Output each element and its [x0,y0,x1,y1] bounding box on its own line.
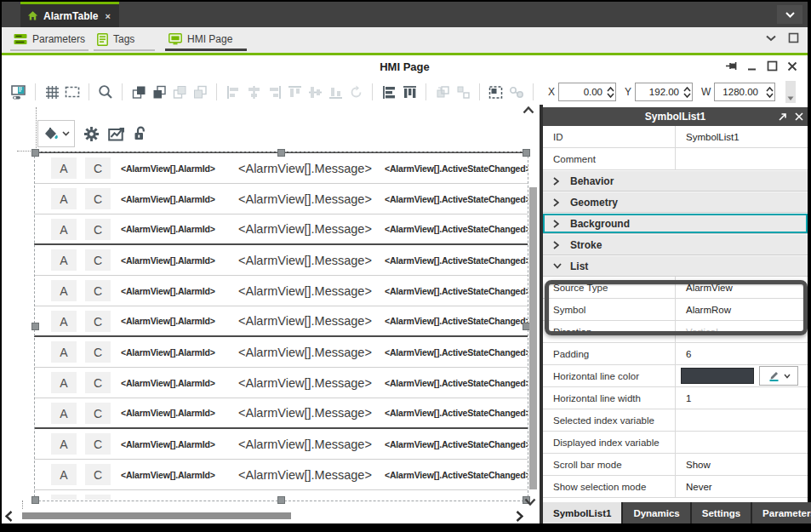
alarm-table-row[interactable]: A C <AlarmView[].AlarmId> <AlarmView[].M… [34,398,528,429]
acknowledge-button[interactable]: A [51,403,77,424]
property-row-symbol[interactable]: Symbol AlarmRow [543,299,808,321]
property-row-padding[interactable]: Padding 6 [543,343,808,365]
distribute-vertical-icon[interactable] [399,83,420,101]
y-spinner[interactable] [682,84,692,100]
x-input[interactable]: 0.00 [558,83,616,101]
group-icon[interactable] [432,83,453,101]
selection-handle[interactable] [31,149,39,157]
gear-icon[interactable] [83,126,100,142]
property-row-horizontal-line-width[interactable]: Horizontal line width 1 [543,387,808,409]
color-swatch[interactable] [681,368,754,384]
align-right-icon[interactable] [264,83,284,101]
grid-icon[interactable] [42,83,62,101]
acknowledge-button[interactable]: A [51,157,77,179]
confirm-button[interactable]: C [85,433,111,455]
tab-hmi-page[interactable]: HMI Page [168,27,232,51]
alarm-table-row[interactable]: A C <AlarmView[].AlarmId> <AlarmView[].M… [34,460,528,490]
alarm-table-row[interactable]: A C <AlarmView[].AlarmId> <AlarmView[].M… [34,429,528,460]
confirm-button[interactable]: C [85,495,111,500]
confirm-button[interactable]: C [85,219,111,240]
ungroup-icon[interactable] [453,83,473,101]
zoom-icon[interactable] [95,83,116,101]
tab-tags[interactable]: Tags [97,27,134,51]
acknowledge-button[interactable]: A [51,188,77,209]
w-input[interactable]: 1280.00 [714,83,775,101]
section-stroke[interactable]: Stroke [543,234,808,255]
distribute-horizontal-icon[interactable] [379,83,399,101]
alarm-table-row[interactable]: A C <AlarmView[].AlarmId> <AlarmView[].M… [34,337,528,368]
canvas-scroll-right-icon[interactable] [516,511,523,522]
confirm-button[interactable]: C [85,249,111,271]
confirm-button[interactable]: C [85,372,111,393]
acknowledge-button[interactable]: A [51,495,77,500]
section-geometry[interactable]: Geometry [543,192,808,213]
selection-handle[interactable] [31,496,39,504]
tab-dynamics[interactable]: Dynamics [623,502,689,523]
close-panel-icon[interactable] [791,112,808,121]
acknowledge-button[interactable]: A [51,219,77,240]
popout-icon[interactable] [774,112,791,122]
selection-handle[interactable] [523,149,530,157]
canvas-horizontal-scrollbar[interactable] [2,509,540,523]
color-edit-button[interactable] [759,366,798,386]
confirm-button[interactable]: C [85,464,111,485]
chevron-down-icon[interactable] [766,35,776,42]
align-left-icon[interactable] [223,83,243,101]
alarm-table-row[interactable]: A C <AlarmView[].AlarmId> <AlarmView[].M… [34,153,528,184]
minimize-icon[interactable] [747,61,757,72]
selection-frame-icon[interactable] [62,83,83,101]
section-behavior[interactable]: Behavior [543,170,808,192]
align-middle-icon[interactable] [305,83,325,101]
align-center-icon[interactable] [243,83,264,101]
tab-alarmtable[interactable]: AlarmTable × [20,2,119,27]
x-spinner[interactable] [605,84,615,100]
tab-parameters[interactable]: Parameters [14,27,85,51]
tab-settings[interactable]: Settings [692,502,751,523]
trend-icon[interactable] [108,127,125,141]
canvas-vertical-scrollbar-thumb[interactable] [529,187,537,489]
canvas-scroll-down-icon[interactable] [524,498,536,506]
acknowledge-button[interactable]: A [51,311,77,332]
confirm-button[interactable]: C [85,311,111,332]
canvas-horizontal-scrollbar-thumb[interactable] [22,512,291,519]
property-row-selected-index-variable[interactable]: Selected index variable [543,409,808,432]
toolbar-overflow-scrollbar[interactable] [785,81,796,103]
link-icon[interactable] [506,83,527,101]
lock-open-icon[interactable] [134,126,147,141]
selection-handle[interactable] [31,323,39,330]
property-row-scroll-bar-mode[interactable]: Scroll bar mode Show [543,454,808,476]
align-bottom-icon[interactable] [325,83,346,101]
pin-icon[interactable] [725,60,738,72]
acknowledge-button[interactable]: A [51,280,77,301]
tab-symbollist1[interactable]: SymbolList1 [543,502,621,523]
section-list[interactable]: List [543,255,808,277]
selection-handle[interactable] [277,149,285,157]
confirm-button[interactable]: C [85,188,111,209]
property-row-comment[interactable]: Comment [543,148,808,170]
tab-parameters-bottom[interactable]: Parameters [752,502,811,523]
property-row-horizontal-line-color[interactable]: Horizontal line color [543,365,808,387]
confirm-button[interactable]: C [85,157,111,179]
property-value[interactable]: SymbolList1 [676,126,808,147]
bring-to-front-icon[interactable] [129,83,149,101]
property-row-displayed-index-variable[interactable]: Displayed index variable [543,432,808,454]
canvas-scroll-left-icon[interactable] [5,511,13,522]
alarm-table-row[interactable]: A C <AlarmView[].AlarmId> <AlarmView[].M… [34,368,528,398]
send-backward-icon[interactable] [169,83,190,101]
property-row-show-selection-mode[interactable]: Show selection mode Never [543,476,808,498]
y-input[interactable]: 192.00 [635,83,693,101]
alarm-table-row[interactable]: A C <AlarmView[].AlarmId> <AlarmView[].M… [34,276,528,306]
w-spinner[interactable] [764,84,774,100]
acknowledge-button[interactable]: A [51,433,77,455]
maximize-panel-icon[interactable] [788,32,799,43]
acknowledge-button[interactable]: A [51,464,77,485]
section-background[interactable]: Background [543,213,808,234]
toggle-panels-icon[interactable] [9,83,29,101]
confirm-button[interactable]: C [85,341,111,363]
property-value[interactable] [676,148,808,169]
acknowledge-button[interactable]: A [51,341,77,363]
bring-forward-icon[interactable] [149,83,169,101]
send-to-back-icon[interactable] [190,83,210,101]
tab-list-dropdown-button[interactable] [777,5,802,24]
symbollist-element[interactable]: A C <AlarmView[].AlarmId> <AlarmView[].M… [34,153,528,500]
